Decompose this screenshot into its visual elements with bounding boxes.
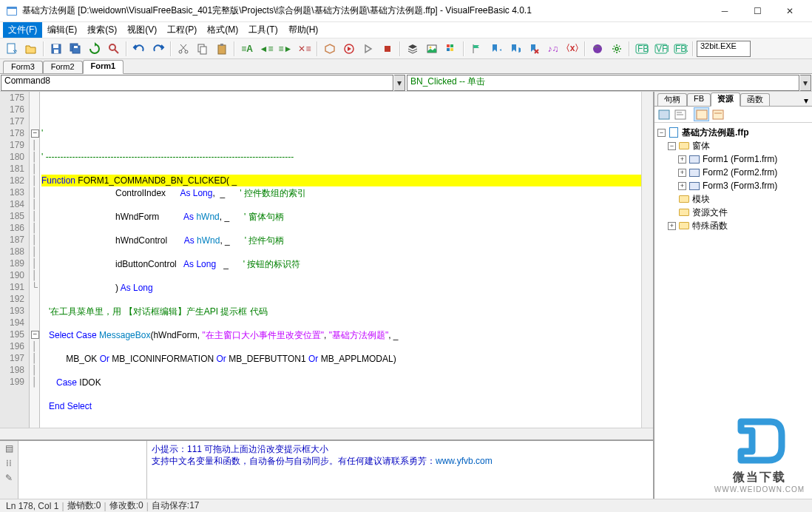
bookmark-next-icon[interactable]: ► xyxy=(506,40,524,58)
object-event-bar: Command8 ▾ BN_Clicked -- 单击 ▾ xyxy=(0,74,812,92)
close-button[interactable]: ✕ xyxy=(774,1,806,21)
status-modify: 修改数:0 xyxy=(109,499,143,512)
undo-icon[interactable] xyxy=(130,40,148,58)
redo-icon[interactable] xyxy=(149,40,167,58)
vfb-icon[interactable]: VFB xyxy=(652,40,670,58)
bookmark-clear-icon[interactable] xyxy=(525,40,543,58)
tip-link[interactable]: www.yfvb.com xyxy=(436,456,493,466)
menu-view[interactable]: 视图(V) xyxy=(122,22,162,38)
menu-bar: 文件(F) 编辑(E) 搜索(S) 视图(V) 工程(P) 格式(M) 工具(T… xyxy=(0,22,812,38)
find-icon[interactable] xyxy=(105,40,123,58)
layers-icon[interactable] xyxy=(404,40,422,58)
build-target-combo[interactable]: 32bit.EXE xyxy=(697,41,751,57)
svg-rect-18 xyxy=(220,44,223,46)
panel-menu-icon[interactable]: ▾ xyxy=(800,95,812,106)
stop-icon[interactable] xyxy=(379,40,396,58)
run-icon[interactable] xyxy=(340,40,358,58)
code-editor[interactable]: 175176177 178179180 181182183 184185186 … xyxy=(0,92,653,428)
svg-rect-26 xyxy=(450,48,453,51)
tree-form3[interactable]: Form3 (Form3.frm) xyxy=(703,181,777,191)
tip-tab-icon[interactable]: ✎ xyxy=(0,471,18,485)
svg-rect-16 xyxy=(200,47,206,54)
rtab-handle[interactable]: 句柄 xyxy=(657,93,687,106)
code-area[interactable]: ' ' ------------------------------------… xyxy=(40,92,641,428)
tab-form2[interactable]: Form2 xyxy=(43,61,83,73)
refresh-icon[interactable] xyxy=(86,40,104,58)
maximize-button[interactable]: ☐ xyxy=(741,1,774,21)
expand-icon[interactable]: + xyxy=(678,169,686,177)
expand-icon[interactable]: − xyxy=(657,129,666,137)
globe-icon[interactable] xyxy=(589,40,606,58)
indent-dec-icon[interactable]: ◄≡ xyxy=(257,40,275,58)
uncomment-icon[interactable]: ✕≡ xyxy=(296,40,314,58)
image-icon[interactable] xyxy=(423,40,441,58)
output-tab-icon[interactable]: ▤ xyxy=(0,441,18,456)
menu-file[interactable]: 文件(F) xyxy=(3,22,42,38)
cut-icon[interactable] xyxy=(175,40,192,58)
rtab-resources[interactable]: 资源 xyxy=(711,92,740,107)
bookmark-prev-icon[interactable]: ◄ xyxy=(487,40,504,58)
object-dropdown[interactable]: Command8 xyxy=(1,75,393,91)
menu-edit[interactable]: 编辑(E) xyxy=(42,22,82,38)
save-all-icon[interactable] xyxy=(67,40,84,58)
gear-icon[interactable] xyxy=(608,40,626,58)
fb-icon[interactable]: FB xyxy=(633,40,651,58)
tree-form1[interactable]: Form1 (Form1.frm) xyxy=(703,154,777,164)
dropdown-arrow-icon[interactable]: ▾ xyxy=(800,75,811,91)
menu-search[interactable]: 搜索(S) xyxy=(82,22,122,38)
menu-tools[interactable]: 工具(T) xyxy=(243,22,282,38)
tree-resources[interactable]: 资源文件 xyxy=(692,206,728,219)
expand-icon[interactable]: + xyxy=(668,222,676,230)
tab-form1[interactable]: Form1 xyxy=(83,60,124,74)
right-toolbar xyxy=(654,107,812,123)
fold-marker-icon[interactable] xyxy=(30,329,39,340)
indent-inc-icon[interactable]: ≡► xyxy=(277,40,294,58)
tree-special[interactable]: 特殊函数 xyxy=(692,220,728,232)
fold-gutter[interactable]: ││││││││││││└ ││││ xyxy=(30,92,40,428)
open-icon[interactable] xyxy=(22,40,40,58)
view-code-icon[interactable] xyxy=(672,107,688,121)
fold-marker-icon[interactable] xyxy=(30,127,39,139)
project-tree[interactable]: −基础方法例题.ffp −窗体 +Form1 (Form1.frm) +Form… xyxy=(654,123,812,499)
menu-help[interactable]: 帮助(H) xyxy=(283,22,324,38)
music-icon[interactable]: ♪♫ xyxy=(544,40,562,58)
brackets-icon[interactable]: 〈x〉 xyxy=(564,40,581,58)
save-icon[interactable] xyxy=(47,40,65,58)
flag-icon[interactable] xyxy=(467,40,485,58)
new-icon[interactable] xyxy=(3,40,21,58)
bottom-left-tabs: ▤ ⁞⁞ ✎ xyxy=(0,441,18,499)
vertical-scrollbar[interactable] xyxy=(641,92,653,428)
view-form-icon[interactable] xyxy=(656,107,671,121)
fbx-icon[interactable]: FBX xyxy=(671,40,689,58)
svg-text:FBX: FBX xyxy=(675,44,688,54)
copy-icon[interactable] xyxy=(194,40,212,58)
svg-point-12 xyxy=(185,50,188,53)
horizontal-scrollbar[interactable] xyxy=(0,428,653,439)
svg-text:FB: FB xyxy=(637,44,649,54)
rtab-fb[interactable]: FB xyxy=(687,93,711,106)
view-tree-icon[interactable] xyxy=(694,107,709,121)
menu-format[interactable]: 格式(M) xyxy=(202,22,243,38)
tip-line-1: 小提示：111 可拖动上面边沿改变提示框大小 xyxy=(152,443,649,455)
palette-icon[interactable] xyxy=(442,40,460,58)
indent-left-icon[interactable]: ≡A xyxy=(238,40,256,58)
tree-root[interactable]: 基础方法例题.ffp xyxy=(682,127,749,139)
paste-icon[interactable] xyxy=(213,40,231,58)
menu-project[interactable]: 工程(P) xyxy=(162,22,202,38)
rtab-functions[interactable]: 函数 xyxy=(740,93,770,106)
dropdown-arrow-icon[interactable]: ▾ xyxy=(394,75,405,91)
error-tab-icon[interactable]: ⁞⁞ xyxy=(0,456,18,471)
expand-icon[interactable]: + xyxy=(678,155,686,164)
step-icon[interactable] xyxy=(359,40,377,58)
view-list-icon[interactable] xyxy=(710,107,725,121)
tab-form3[interactable]: Form3 xyxy=(3,61,43,73)
expand-icon[interactable]: + xyxy=(678,182,686,190)
box-icon[interactable] xyxy=(321,40,339,58)
tree-form2[interactable]: Form2 (Form2.frm) xyxy=(703,167,777,178)
tree-forms[interactable]: 窗体 xyxy=(692,140,710,152)
event-dropdown[interactable]: BN_Clicked -- 单击 xyxy=(407,75,799,91)
tree-modules[interactable]: 模块 xyxy=(692,193,710,206)
minimize-button[interactable]: ─ xyxy=(708,1,741,21)
expand-icon[interactable]: − xyxy=(668,142,676,150)
svg-text:◄: ◄ xyxy=(498,44,501,55)
